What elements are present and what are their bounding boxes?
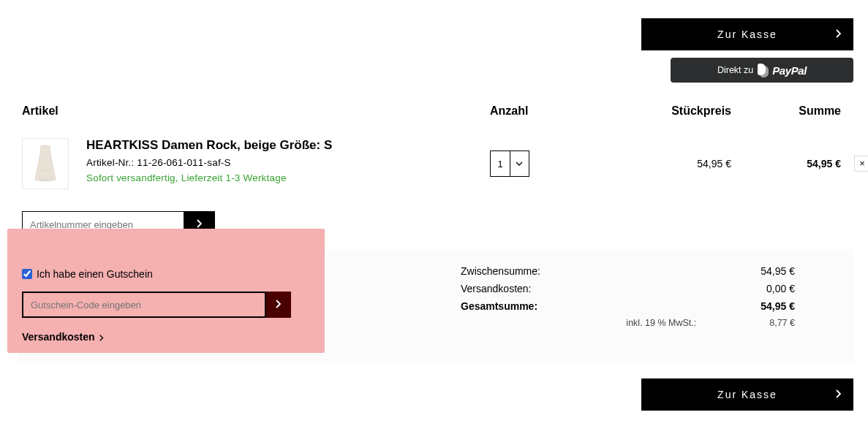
checkout-label: Zur Kasse xyxy=(717,28,777,40)
chevron-right-icon xyxy=(836,28,842,40)
paypal-prefix: Direkt zu xyxy=(717,65,753,75)
product-thumbnail[interactable] xyxy=(22,138,69,189)
row-sum: 54,95 € xyxy=(739,158,841,170)
header-qty: Anzahl xyxy=(490,104,607,118)
quantity-value: 1 xyxy=(491,151,510,176)
skirt-icon xyxy=(31,143,60,184)
remove-item-button[interactable]: × xyxy=(854,156,868,172)
shipping-costs-link[interactable]: Versandkosten xyxy=(22,331,431,343)
summary-panel: Ich habe einen Gutschein Versandkosten Z xyxy=(18,249,853,362)
tax-value: 8,77 € xyxy=(769,318,795,328)
coupon-checkbox[interactable] xyxy=(22,269,32,279)
shipping-label: Versandkosten: xyxy=(461,283,532,294)
coupon-apply-button[interactable] xyxy=(266,292,291,318)
coupon-code-input[interactable] xyxy=(22,292,266,318)
total-value: 54,95 € xyxy=(761,300,795,312)
quantity-selector[interactable]: 1 xyxy=(490,151,529,177)
total-label: Gesamtsumme: xyxy=(461,300,537,312)
checkout-button-top[interactable]: Zur Kasse xyxy=(641,18,853,50)
paypal-express-button[interactable]: Direkt zu PayPal xyxy=(671,58,853,83)
product-sku: Artikel-Nr.: 11-26-061-011-saf-S xyxy=(86,157,332,168)
cart-item-row: HEARTKISS Damen Rock, beige Größe: S Art… xyxy=(18,138,853,189)
paypal-logo: PayPal xyxy=(758,64,807,77)
product-title[interactable]: HEARTKISS Damen Rock, beige Größe: S xyxy=(86,138,332,153)
chevron-down-icon[interactable] xyxy=(510,151,529,176)
cart-header-row: Artikel Anzahl Stückpreis Summe xyxy=(18,104,853,118)
coupon-checkbox-row[interactable]: Ich habe einen Gutschein xyxy=(22,268,431,280)
subtotal-value: 54,95 € xyxy=(761,265,795,277)
tax-label: inkl. 19 % MwSt.: xyxy=(461,318,740,328)
header-item: Artikel xyxy=(22,104,490,118)
shipping-value: 0,00 € xyxy=(766,283,795,294)
header-unit-price: Stückpreis xyxy=(607,104,739,118)
product-availability: Sofort versandfertig, Lieferzeit 1-3 Wer… xyxy=(86,172,332,183)
checkout-label: Zur Kasse xyxy=(717,389,777,400)
chevron-right-icon xyxy=(836,389,842,400)
subtotal-label: Zwischensumme: xyxy=(461,265,540,277)
coupon-label: Ich habe einen Gutschein xyxy=(37,268,153,280)
checkout-button-bottom[interactable]: Zur Kasse xyxy=(641,378,853,411)
chevron-right-icon xyxy=(276,300,282,311)
chevron-right-icon xyxy=(99,332,104,343)
header-sum: Summe xyxy=(739,104,841,118)
unit-price: 54,95 € xyxy=(607,158,739,170)
